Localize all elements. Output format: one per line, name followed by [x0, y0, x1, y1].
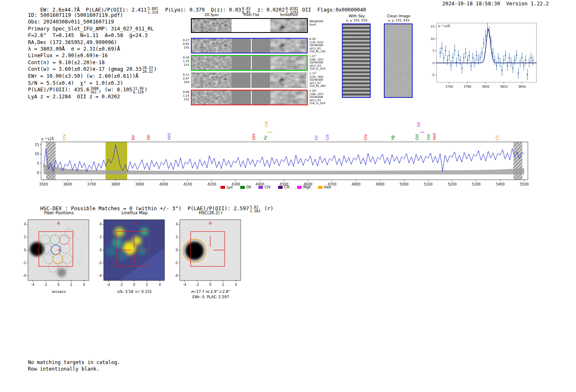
y-tick-label: 0: [24, 248, 26, 252]
y-tick-label: -4: [23, 274, 26, 278]
fiber-pixelflat-image: [232, 90, 270, 104]
y-tick-label: 2: [100, 235, 102, 239]
weight-value: 2.87: [179, 77, 189, 81]
y-tick-label: 0: [100, 248, 102, 252]
x-tick-label: 0: [209, 283, 211, 287]
info-line-redshifts: LyA z = 2.1284 OII z = 0.0202: [28, 93, 157, 100]
weight-value: 1.23: [179, 94, 189, 98]
data-point: [481, 52, 483, 53]
line-marker-label: NV: [131, 135, 135, 140]
line-marker-label: CII: [495, 135, 499, 140]
data-point: [461, 67, 462, 69]
data-point: [532, 60, 533, 61]
clean-image: [384, 23, 413, 98]
data-point: [509, 57, 510, 58]
data-point: [451, 65, 452, 66]
info-line-obs: Obs: 20240308v011_5001607119: [28, 19, 157, 25]
plae-text: ): [144, 86, 147, 93]
source-blob: [30, 242, 44, 256]
data-point: [445, 50, 446, 51]
row-weights: 0.091.23215: [179, 90, 189, 102]
line-marker-label: CII: [314, 135, 318, 140]
y-tick-label: 4: [100, 223, 102, 226]
legend-swatch: [278, 186, 283, 189]
data-point: [465, 52, 466, 53]
fiber-pixelflat-image: [231, 73, 270, 88]
data-point: [454, 50, 455, 51]
line-marker-label: HeII: [167, 133, 171, 140]
fiber-ifu-amp: 314_RL_102: [309, 50, 336, 53]
data-point: [505, 55, 506, 56]
col-header-smoothed: Smoothed: [271, 13, 307, 17]
data-point: [479, 57, 481, 58]
with-sky-image: [342, 23, 371, 98]
x-tick-label: 3900: [135, 182, 144, 186]
noise-image: [192, 90, 232, 104]
y-tick-label: 4: [176, 223, 178, 226]
fiber-smoothed-image: [270, 90, 307, 104]
timestamp-version: 2024-10-18 18:58:30 Version 1.22.2: [442, 1, 549, 7]
amp-boundary-line: [251, 73, 251, 88]
fiber-2dspec-image: [192, 39, 232, 53]
y-tick-label: 2: [176, 235, 178, 239]
match-text: (r): [261, 205, 274, 211]
x-tick-label: 5500: [520, 182, 529, 186]
data-point: [496, 65, 497, 66]
line-marker-label: OII: [417, 122, 421, 127]
flux-units-label: e⁻¹⁷x2Å: [41, 137, 54, 141]
noise-image: [270, 39, 307, 53]
y-tick-label: -4: [98, 274, 102, 278]
y-tick-label: 15: [430, 25, 434, 28]
weighted-sum-smoothed-image: [270, 19, 307, 32]
data-point: [441, 47, 443, 49]
data-point: [460, 60, 461, 61]
lineflux-blob: [106, 246, 116, 257]
line-marker-label: Hγ: [263, 135, 267, 140]
y-tick-label: 2: [24, 235, 26, 239]
lineflux-blob: [117, 251, 126, 260]
legend-label: OII: [246, 185, 251, 189]
info-line-contn: Cont(n) = 9.10(±2.20)e-18: [28, 59, 157, 66]
info-line-lineflux: LineFlux = 2.90(±0.69)e-16: [28, 52, 157, 59]
y-tick-label: 5: [37, 161, 39, 165]
x-tick-label: 4800: [351, 182, 360, 186]
data-point: [458, 54, 459, 56]
fiber-positions-title: Fiber Positions: [28, 211, 90, 215]
noise-image: [270, 90, 307, 104]
summary-text: P(Lyα): 0.379 Q(z): 0.03: [159, 7, 241, 13]
data-point: [507, 65, 508, 66]
fiber-annotation: 0.35"(155, 933)20240308v011_01314_RL_102: [309, 38, 336, 53]
x-tick-label: 3500: [39, 182, 48, 186]
data-point: [483, 42, 484, 44]
north-indicator: N: [57, 221, 60, 225]
data-point: [523, 65, 524, 66]
data-point: [467, 59, 468, 60]
x-tick-label: -4: [31, 283, 35, 287]
hsc-image-panel: N-4-4-2-2002244: [167, 216, 246, 290]
legend-label: MgII: [303, 185, 311, 189]
x-tick-label: -2: [196, 283, 199, 287]
y-tick-label: -2: [174, 261, 178, 265]
weight-value: 0.11: [179, 73, 189, 77]
line-marker-label: OIII: [415, 134, 419, 140]
lineflux-map-panel: N-4-4-2-2002244: [91, 216, 170, 290]
data-point: [503, 59, 504, 60]
data-point: [530, 57, 532, 58]
spectrum-legend: Lyα OII CIV CIII MgII HeII: [221, 185, 331, 189]
data-point: [488, 31, 490, 32]
row-weights: 0.112.87254: [179, 73, 189, 84]
data-point: [512, 67, 513, 69]
line-fit-chart: -505101537603780380038203840e⁻¹⁷x2Å: [426, 20, 539, 95]
x-tick-label: 4900: [376, 182, 385, 186]
line-marker-label: CIII: [325, 135, 330, 140]
fiber-annotation: 2.19"(160, 107)20240308v011_03314_LL_010: [309, 90, 336, 105]
data-point: [516, 54, 517, 56]
y-tick-label: 0: [37, 171, 39, 175]
noise-image: [191, 73, 231, 88]
y-tick-label: 4: [24, 223, 26, 226]
x-tick-label: 3780: [464, 85, 471, 88]
data-point: [525, 59, 526, 60]
data-point: [498, 58, 499, 59]
x-tick-label: 3800: [111, 182, 120, 186]
fiber-2dspec-image: [192, 90, 232, 104]
